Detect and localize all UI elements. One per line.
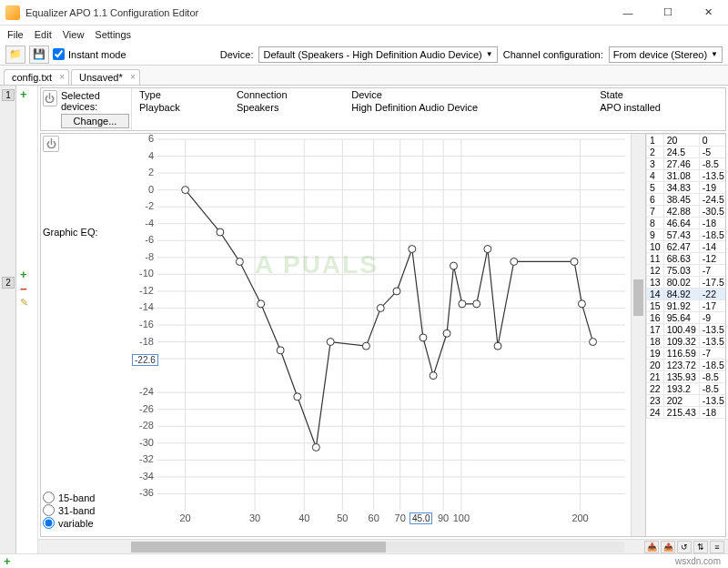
eq-panel: ⏻ Graphic EQ: 15-band 31-band variable 6… [40,133,726,537]
data-row[interactable]: 1062.47-14 [647,241,726,253]
svg-text:-2: -2 [145,200,154,211]
radio-variable[interactable]: variable [43,517,130,529]
svg-point-69 [327,339,334,346]
data-row[interactable]: 431.08-13.5 [647,170,726,182]
radio-31band[interactable]: 31-band [43,504,130,516]
tab-unsaved[interactable]: Unsaved* × [71,69,140,85]
channel-config-label: Channel configuration: [503,49,603,60]
row-numbers: 1 2 [0,86,16,553]
svg-point-74 [420,334,427,341]
radio-15band[interactable]: 15-band [43,492,130,503]
maximize-button[interactable]: ☐ [648,0,688,25]
svg-text:200: 200 [571,512,588,523]
svg-text:-14: -14 [139,301,154,312]
svg-point-82 [511,258,518,265]
normalize-icon[interactable]: ≡ [710,541,724,553]
data-row[interactable]: 18109.32-13.5 [647,336,726,348]
vertical-scrollbar[interactable] [631,134,645,536]
data-row[interactable]: 1380.02-17.5 [647,277,726,289]
data-row[interactable]: 21135.93-8.5 [647,371,726,383]
svg-point-72 [393,288,400,295]
row-marker-1[interactable]: 1 [2,89,15,101]
menu-view[interactable]: View [63,29,85,40]
instant-mode-check[interactable]: Instant mode [53,48,126,60]
y-axis-highlight: -22.6 [132,354,158,366]
data-row[interactable]: 22193.2-8.5 [647,383,726,395]
eq-chart[interactable]: 6420-2-4-6-8-10-12-14-16-18-20-24-26-28-… [132,134,631,536]
device-combo[interactable]: Default (Speakers - High Definition Audi… [258,46,497,63]
data-row[interactable]: 1591.92-17 [647,300,726,312]
data-row[interactable]: 534.83-19 [647,182,726,194]
data-row[interactable]: 20123.72-18.5 [647,360,726,371]
power-icon[interactable]: ⏻ [43,136,59,152]
close-icon[interactable]: × [59,72,65,82]
add-icon[interactable]: + [4,554,11,568]
scrollbar-thumb[interactable] [131,542,386,553]
menu-file[interactable]: File [7,29,24,40]
channel-combo[interactable]: From device (Stereo) ▼ [609,46,723,63]
svg-text:-10: -10 [139,268,154,279]
data-row[interactable]: 24215.43-18 [647,407,726,419]
data-row[interactable]: 1200 [647,135,726,147]
svg-point-63 [217,228,224,236]
svg-text:-28: -28 [139,420,154,431]
data-row[interactable]: 327.46-8.5 [647,158,726,170]
svg-text:-26: -26 [139,403,154,414]
remove-icon[interactable]: − [20,282,27,296]
data-row[interactable]: 638.45-24.5 [647,194,726,206]
menubar: File Edit View Settings [0,25,728,44]
minimize-button[interactable]: — [608,0,648,25]
edit-icon[interactable]: ✎ [20,297,28,309]
svg-point-67 [294,393,301,401]
add-icon[interactable]: + [20,268,27,281]
menu-edit[interactable]: Edit [35,29,52,40]
svg-point-62 [182,187,189,194]
svg-text:40: 40 [298,512,309,523]
data-row[interactable]: 1275.03-7 [647,265,726,277]
device-table: Type Connection Device State Playback Sp… [132,88,725,130]
data-row[interactable]: 224.5-5 [647,147,726,158]
content: ⏻ Selected devices: Change... Type Conne… [38,86,728,553]
close-button[interactable]: ✕ [688,0,728,25]
app-icon [5,5,20,20]
add-icon[interactable]: + [20,87,27,101]
data-row[interactable]: 19116.59-7 [647,348,726,360]
hscroll-track[interactable] [131,542,624,553]
menu-settings[interactable]: Settings [95,29,131,40]
data-row[interactable]: 1484.92-22 [647,289,726,300]
device-row[interactable]: Playback Speakers High Definition Audio … [132,101,725,114]
svg-point-84 [578,300,585,308]
svg-text:-34: -34 [139,471,154,482]
svg-text:-6: -6 [145,234,154,245]
data-row[interactable]: 957.43-18.5 [647,229,726,241]
statusbar: + [0,553,728,568]
svg-text:0: 0 [148,184,154,195]
data-row[interactable]: 23202-13.5 [647,395,726,407]
row-marker-2[interactable]: 2 [2,277,15,289]
change-button[interactable]: Change... [61,114,129,128]
reset-icon[interactable]: ↺ [677,541,692,553]
toolbar-open-icon[interactable]: 📁 [5,46,25,64]
invert-icon[interactable]: ⇅ [693,541,708,553]
toolbar-save-icon[interactable]: 💾 [29,46,49,64]
export-icon[interactable]: 📤 [661,541,675,553]
import-icon[interactable]: 📥 [644,541,659,553]
data-row[interactable]: 1695.64-9 [647,312,726,324]
data-row[interactable]: 742.88-30.5 [647,206,726,218]
instant-mode-checkbox[interactable] [53,48,65,60]
power-icon[interactable]: ⏻ [43,90,57,106]
data-table: 1200224.5-5327.46-8.5431.08-13.5534.83-1… [645,134,725,536]
svg-text:20: 20 [180,512,191,523]
device-label: Device: [220,49,254,60]
scrollbar-thumb[interactable] [633,279,643,316]
data-row[interactable]: 1168.63-12 [647,253,726,265]
svg-point-80 [484,246,491,253]
close-icon[interactable]: × [130,72,136,82]
tab-config[interactable]: config.txt × [4,69,69,85]
data-row[interactable]: 17100.49-13.5 [647,324,726,336]
svg-point-70 [362,342,369,350]
row-actions: + + − ✎ [16,86,38,553]
data-row[interactable]: 846.64-18 [647,218,726,229]
svg-point-71 [377,304,384,311]
svg-point-85 [590,339,597,346]
